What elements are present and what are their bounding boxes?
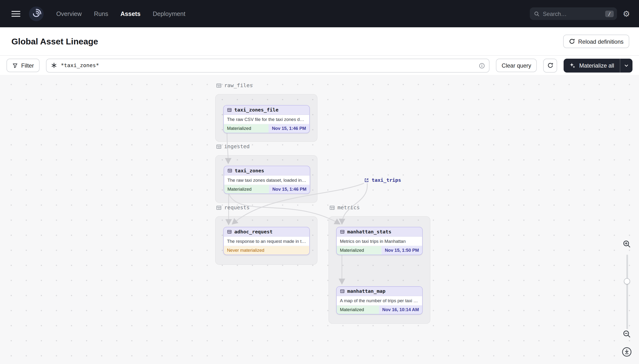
group-table-icon [216,205,222,210]
table-icon [227,108,232,112]
asset-node-adhoc-request[interactable]: adhoc_request The response to an request… [223,227,310,255]
reload-definitions-label: Reload definitions [578,38,623,45]
reload-definitions-button[interactable]: Reload definitions [563,34,629,48]
asset-node-manhattan-stats[interactable]: manhattan_stats Metrics on taxi trips in… [336,227,423,255]
asset-node-header: adhoc_request [224,228,309,237]
status-label: Materialized [337,306,379,314]
asset-status-row: Materialized Nov 15, 1:46 PM [224,184,310,193]
asset-description: The response to an request made in th... [224,236,309,246]
refresh-graph-button[interactable] [543,58,557,72]
info-icon[interactable] [479,62,485,68]
asset-name: taxi_zones_file [234,107,278,113]
nav-runs[interactable]: Runs [94,10,108,17]
filter-funnel-icon [12,62,18,68]
nav-assets[interactable]: Assets [121,10,141,17]
app-window: Overview Runs Assets Deployment / ⚙ Glob… [0,0,639,364]
group-name: ingested [224,144,250,150]
table-icon [340,289,345,294]
group-name: raw_files [224,82,253,88]
lineage-canvas[interactable]: raw_files ingested requests metrics [0,75,639,364]
navbar-right: / ⚙ [530,7,630,20]
group-label-ingested[interactable]: ingested [216,144,249,150]
lineage-edges [0,75,639,364]
table-icon [228,168,232,173]
top-navbar: Overview Runs Assets Deployment / ⚙ [0,0,639,27]
asset-selection-input[interactable] [46,58,489,72]
search-input[interactable] [543,10,602,17]
group-label-metrics[interactable]: metrics [329,204,360,210]
group-table-icon [216,144,222,150]
page-title: Global Asset Lineage [11,36,98,46]
asset-name: manhattan_stats [347,229,391,234]
lineage-toolbar: Filter Clear query Materialize all [0,56,639,75]
zoom-in-icon [622,240,631,248]
group-table-icon [216,82,222,88]
materialization-timestamp: Nov 15, 1:50 PM [382,246,422,254]
query-input[interactable] [61,62,474,68]
asset-name: manhattan_map [347,288,385,294]
asset-node-manhattan-map[interactable]: manhattan_map A map of the number of tri… [336,286,423,314]
materialize-options-caret[interactable] [620,58,632,72]
group-label-raw-files[interactable]: raw_files [216,82,253,88]
clear-query-label: Clear query [502,62,531,68]
status-label: Materialized [224,185,269,193]
asset-node-taxi-zones-file[interactable]: taxi_zones_file The raw CSV file for the… [223,105,310,133]
asset-name: adhoc_request [234,229,272,234]
status-label: Materialized [224,124,269,133]
nav-overview[interactable]: Overview [56,10,82,17]
settings-gear-icon[interactable]: ⚙ [623,10,630,18]
group-name: metrics [337,204,360,210]
table-icon [340,229,345,234]
asset-graph-icon [51,62,57,68]
materialization-timestamp: Nov 15, 1:46 PM [269,124,309,133]
filter-label: Filter [21,62,34,68]
asset-description: The raw taxi zones dataset, loaded int..… [224,176,310,184]
group-label-requests[interactable]: requests [216,204,249,210]
nav-deployment[interactable]: Deployment [153,10,185,17]
materialization-timestamp [303,246,309,254]
zoom-out-button[interactable] [622,330,631,338]
global-search-box[interactable]: / [530,7,617,20]
asset-name: taxi_zones [235,168,264,174]
asset-status-row: Materialized Nov 16, 10:14 AM [337,305,422,314]
table-icon [227,229,232,234]
download-view-button[interactable] [621,346,632,357]
clear-query-button[interactable]: Clear query [496,59,537,72]
asset-description: The raw CSV file for the taxi zones dat.… [224,115,309,124]
download-icon [621,346,632,357]
zoom-out-icon [622,330,631,338]
group-table-icon [329,205,335,210]
external-link-icon [364,178,369,183]
external-asset-name: taxi_trips [372,177,401,183]
materialize-all-button[interactable]: Materialize all [564,58,620,72]
asset-node-header: manhattan_stats [337,228,422,237]
asset-status-row: Never materialized [224,246,309,255]
external-asset-taxi-trips[interactable]: taxi_trips [364,177,401,183]
sparkle-icon [569,62,575,68]
materialize-split-button: Materialize all [564,58,632,72]
asset-status-row: Materialized Nov 15, 1:46 PM [224,124,309,133]
asset-description: A map of the number of trips per taxi z.… [337,296,422,305]
filter-button[interactable]: Filter [7,59,40,72]
dagster-logo[interactable] [29,6,44,21]
zoom-in-button[interactable] [622,240,631,248]
asset-node-header: taxi_zones [224,166,310,176]
materialization-timestamp: Nov 15, 1:46 PM [269,185,310,193]
asset-node-header: taxi_zones_file [224,106,309,115]
search-icon [534,11,540,17]
menu-hamburger-icon[interactable] [9,8,23,19]
status-label: Never materialized [224,246,303,254]
materialize-all-label: Materialize all [579,62,614,68]
asset-status-row: Materialized Nov 15, 1:50 PM [337,246,422,255]
asset-description: Metrics on taxi trips in Manhattan [337,236,422,246]
materialization-timestamp: Nov 16, 10:14 AM [379,306,422,314]
zoom-slider[interactable] [626,255,628,329]
asset-node-taxi-zones[interactable]: taxi_zones The raw taxi zones dataset, l… [224,166,310,194]
primary-nav: Overview Runs Assets Deployment [56,10,186,17]
search-shortcut-key: / [605,10,614,17]
asset-node-header: manhattan_map [337,287,422,296]
zoom-slider-handle[interactable] [624,278,630,284]
status-label: Materialized [337,246,382,254]
group-name: requests [224,204,250,210]
refresh-icon [569,38,575,44]
